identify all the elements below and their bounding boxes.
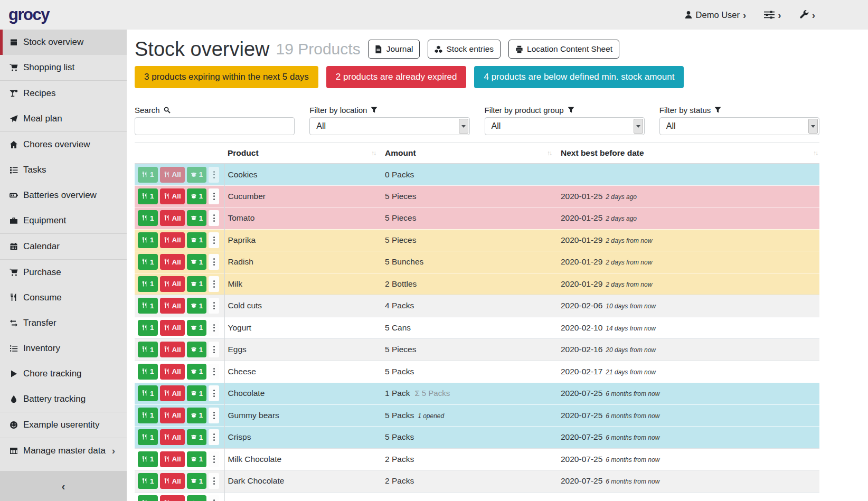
stock-entries-button[interactable]: Stock entries (428, 40, 501, 59)
consume-one-button[interactable]: 1 (138, 276, 158, 292)
consume-one-button[interactable]: 1 (138, 298, 158, 314)
filter-by-product-group-select[interactable]: All (485, 117, 645, 135)
sidebar-item-chores-overview[interactable]: Chores overview (0, 132, 127, 157)
consume-all-button[interactable]: All (160, 254, 185, 270)
row-menu-button[interactable] (209, 254, 219, 270)
sidebar-item-meal-plan[interactable]: Meal plan (0, 106, 127, 131)
user-menu[interactable]: Demo User › (684, 10, 747, 20)
admin-menu[interactable]: › (799, 10, 815, 20)
row-menu-button[interactable] (209, 188, 219, 204)
sidebar-item-calendar[interactable]: Calendar (0, 234, 127, 259)
consume-one-button[interactable]: 1 (138, 451, 158, 467)
alert-danger[interactable]: 2 products are already expired (326, 66, 467, 88)
row-menu-button[interactable] (209, 364, 219, 380)
journal-button[interactable]: Journal (368, 40, 420, 59)
open-one-button[interactable]: 1 (187, 276, 207, 292)
consume-all-button[interactable]: All (160, 232, 185, 248)
consume-one-button[interactable]: 1 (138, 232, 158, 248)
consume-all-button[interactable]: All (160, 298, 185, 314)
grocy-logo[interactable]: grocy (8, 5, 49, 24)
consume-one-button[interactable]: 1 (138, 210, 158, 226)
sort-icon[interactable]: ↑↓ (371, 149, 375, 157)
sidebar-item-stock-overview[interactable]: Stock overview (0, 30, 127, 55)
open-one-button[interactable]: 1 (187, 451, 207, 467)
row-menu-button[interactable] (209, 385, 219, 401)
open-one-button[interactable]: 1 (187, 342, 207, 357)
consume-all-button[interactable]: All (160, 342, 185, 357)
row-menu-button[interactable] (209, 342, 219, 357)
sidebar-item-equipment[interactable]: Equipment (0, 208, 127, 233)
open-one-button[interactable]: 1 (187, 298, 207, 314)
open-one-button[interactable]: 1 (187, 188, 207, 204)
settings-menu[interactable]: › (764, 10, 781, 20)
sidebar-item-shopping-list[interactable]: Shopping list (0, 55, 127, 80)
sidebar-item-chore-tracking[interactable]: Chore tracking (0, 361, 127, 386)
open-one-button[interactable]: 1 (187, 232, 207, 248)
row-menu-button[interactable] (209, 276, 219, 292)
consume-all-button[interactable]: All (160, 364, 185, 380)
row-menu-button[interactable] (209, 167, 219, 183)
row-menu-button[interactable] (209, 451, 219, 467)
consume-all-button[interactable]: All (160, 429, 185, 445)
consume-one-button[interactable]: 1 (138, 188, 158, 204)
row-menu-button[interactable] (209, 408, 219, 423)
row-menu-button[interactable] (209, 495, 219, 501)
consume-one-button[interactable]: 1 (138, 473, 158, 489)
sidebar-item-inventory[interactable]: Inventory (0, 336, 127, 361)
open-one-button[interactable]: 1 (187, 254, 207, 270)
row-menu-button[interactable] (209, 232, 219, 248)
open-one-button[interactable]: 1 (187, 320, 207, 336)
sidebar-collapse-button[interactable]: ‹ (0, 471, 127, 501)
consume-all-button[interactable]: All (160, 188, 185, 204)
row-menu-button[interactable] (209, 210, 219, 226)
open-one-button[interactable]: 1 (187, 473, 207, 489)
open-one-button[interactable]: 1 (187, 408, 207, 423)
column-header-product[interactable]: Product↑↓ (224, 143, 378, 164)
consume-one-button[interactable]: 1 (138, 385, 158, 401)
consume-one-button[interactable]: 1 (138, 342, 158, 357)
alert-warning[interactable]: 3 products expiring within the next 5 da… (135, 66, 318, 88)
alert-info[interactable]: 4 products are below defined min. stock … (474, 66, 684, 88)
consume-all-button[interactable]: All (160, 408, 185, 423)
consume-all-button[interactable]: All (160, 451, 185, 467)
search-input[interactable] (135, 118, 294, 135)
open-one-button[interactable]: 1 (187, 429, 207, 445)
open-one-button[interactable]: 1 (187, 495, 207, 501)
consume-one-button[interactable]: 1 (138, 408, 158, 423)
consume-one-button[interactable]: 1 (138, 254, 158, 270)
consume-all-button[interactable]: All (160, 473, 185, 489)
consume-one-button[interactable]: 1 (138, 167, 158, 183)
location-content-sheet-button[interactable]: Location Content Sheet (508, 40, 619, 59)
consume-all-button[interactable]: All (160, 276, 185, 292)
open-one-button[interactable]: 1 (187, 210, 207, 226)
filter-by-status-select[interactable]: All (659, 117, 819, 135)
row-menu-button[interactable] (209, 298, 219, 314)
consume-one-button[interactable]: 1 (138, 429, 158, 445)
sidebar-item-batteries-overview[interactable]: Batteries overview (0, 183, 127, 208)
sort-icon[interactable]: ↑↓ (547, 149, 551, 157)
row-menu-button[interactable] (209, 429, 219, 445)
consume-all-button[interactable]: All (160, 167, 185, 183)
sort-icon[interactable]: ↑↓ (813, 149, 817, 157)
sidebar-item-transfer[interactable]: Transfer (0, 310, 127, 336)
consume-all-button[interactable]: All (160, 495, 185, 501)
consume-all-button[interactable]: All (160, 210, 185, 226)
consume-all-button[interactable]: All (160, 385, 185, 401)
row-menu-button[interactable] (209, 320, 219, 336)
sidebar-item-tasks[interactable]: Tasks (0, 157, 127, 183)
open-one-button[interactable]: 1 (187, 385, 207, 401)
row-menu-button[interactable] (209, 473, 219, 489)
consume-all-button[interactable]: All (160, 320, 185, 336)
open-one-button[interactable]: 1 (187, 167, 207, 183)
sidebar-item-example-userentity[interactable]: Example userentity (0, 412, 127, 438)
sidebar-item-manage-master-data[interactable]: Manage master data› (0, 438, 127, 464)
sidebar-item-recipes[interactable]: Recipes (0, 81, 127, 106)
sidebar-item-battery-tracking[interactable]: Battery tracking (0, 386, 127, 412)
sidebar-item-purchase[interactable]: Purchase (0, 260, 127, 285)
consume-one-button[interactable]: 1 (138, 320, 158, 336)
column-header-next-best-before-date[interactable]: Next best before date↑↓ (553, 143, 819, 164)
open-one-button[interactable]: 1 (187, 364, 207, 380)
column-header-amount[interactable]: Amount↑↓ (378, 143, 553, 164)
filter-by-location-select[interactable]: All (309, 117, 469, 135)
consume-one-button[interactable]: 1 (138, 364, 158, 380)
